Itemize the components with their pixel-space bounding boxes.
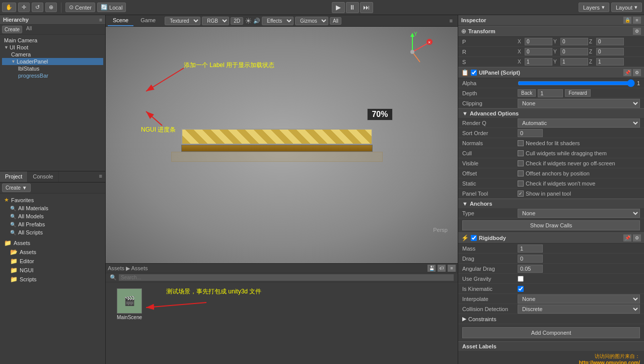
textured-dropdown[interactable]: Textured [165, 17, 200, 25]
rot-z-input[interactable] [596, 48, 624, 55]
assets-assets-item[interactable]: 📂 Assets [2, 248, 103, 257]
scripts-item[interactable]: 📁 Scripts [2, 275, 103, 284]
effects-dropdown[interactable]: Effects [262, 17, 294, 25]
collision-dropdown[interactable]: Discrete [518, 305, 640, 314]
layout-dropdown[interactable]: Layout ▾ [611, 3, 642, 12]
tree-item-progress-bar[interactable]: progressBar [2, 72, 103, 79]
asset-browser-options-btn[interactable]: ≡ [448, 265, 456, 272]
asset-labels-title: Asset Labels [462, 343, 496, 349]
tree-item-loader-panel[interactable]: ▼ LoaderPanel [2, 58, 103, 65]
uipanel-settings-btn[interactable]: ⚙ [633, 69, 641, 76]
audio-icon[interactable]: 🔊 [253, 18, 260, 24]
depth-forward-btn[interactable]: Forward [565, 89, 591, 97]
inspector-options-btn[interactable]: ≡ [633, 17, 641, 24]
ngui-item[interactable]: 📁 NGUI [2, 266, 103, 275]
constraints-row[interactable]: ▶ Constraints [458, 314, 644, 324]
tree-item-lbl-status[interactable]: lblStatus [2, 65, 103, 72]
uipanel-pin-btn[interactable]: 📌 [623, 69, 631, 76]
tree-item-ui-root[interactable]: ▼ UI Root [2, 44, 103, 51]
tree-item-main-camera[interactable]: Main Camera [2, 37, 103, 44]
tree-item-camera[interactable]: Camera [2, 51, 103, 58]
alpha-slider[interactable] [518, 79, 635, 87]
hand-tool-btn[interactable]: ✋ [2, 3, 16, 12]
uipanel-enabled-checkbox[interactable] [471, 70, 477, 76]
tab-scene[interactable]: Scene [108, 15, 133, 26]
rgb-dropdown[interactable]: RGB [202, 17, 229, 25]
hierarchy-create-btn[interactable]: Create [2, 26, 22, 33]
panel-tool-checkbox[interactable] [518, 191, 524, 197]
all-scripts-item[interactable]: 🔍 All Scripts [2, 228, 103, 236]
add-component-btn[interactable]: Add Component [462, 327, 640, 338]
transform-header[interactable]: ⊕ Transform ⚙ [458, 26, 644, 37]
all-models-item[interactable]: 🔍 All Models [2, 212, 103, 220]
scene-panel-options[interactable]: ≡ [447, 18, 456, 24]
scale-y-input[interactable] [560, 58, 588, 66]
visible-checkbox[interactable] [518, 160, 524, 166]
mass-input[interactable] [518, 245, 543, 253]
rigidbody-pin-btn[interactable]: 📌 [623, 234, 631, 241]
project-create-btn[interactable]: Create ▼ [2, 184, 31, 192]
render-q-dropdown[interactable]: Automatic [518, 118, 640, 128]
project-panel-options[interactable]: ≡ [96, 171, 105, 182]
hierarchy-menu-icon[interactable]: ≡ [99, 17, 102, 23]
is-kinematic-checkbox[interactable] [518, 286, 524, 292]
rotate-tool-btn[interactable]: ↺ [32, 3, 43, 12]
2d-toggle[interactable]: 2D [231, 17, 243, 25]
show-draw-calls-btn[interactable]: Show Draw Calls [462, 220, 640, 230]
rot-x-input[interactable] [525, 48, 552, 55]
pos-x-input[interactable] [525, 38, 552, 45]
favorites-folder[interactable]: ★ Favorites [2, 196, 103, 204]
clipping-dropdown[interactable]: None [518, 99, 640, 108]
sort-order-input[interactable] [518, 129, 543, 137]
sun-icon[interactable]: ☀ [245, 16, 252, 26]
annotation-scene: 测试场景，事先打包成 unity3d 文件 [166, 287, 261, 296]
gizmos-dropdown[interactable]: Gizmos [295, 17, 328, 25]
step-btn[interactable]: ⏭ [360, 2, 373, 13]
center-btn[interactable]: ⊙ Center [65, 3, 95, 12]
play-btn[interactable]: ▶ [332, 2, 345, 13]
assets-root-item[interactable]: 📁 Assets [2, 238, 103, 248]
use-gravity-checkbox[interactable] [518, 276, 524, 282]
inspector-lock-btn[interactable]: 🔒 [623, 17, 631, 24]
offset-checkbox[interactable] [518, 170, 524, 176]
rigidbody-header[interactable]: ⚡ Rigidbody 📌 ⚙ [458, 232, 644, 244]
depth-back-btn[interactable]: Back [518, 89, 536, 97]
rot-y-input[interactable] [560, 48, 588, 55]
move-tool-btn[interactable]: ✛ [18, 3, 30, 12]
pos-z-input[interactable] [596, 38, 624, 45]
advanced-options-header[interactable]: ▼ Advanced Options [458, 108, 644, 118]
asset-search-input[interactable] [119, 274, 454, 281]
anchors-type-dropdown[interactable]: None [518, 209, 640, 218]
normals-checkbox[interactable] [518, 140, 524, 146]
angular-drag-input[interactable] [518, 265, 543, 273]
scale-x-input[interactable] [525, 58, 552, 66]
anchors-header[interactable]: ▼ Anchors [458, 199, 644, 208]
editor-item[interactable]: 📁 Editor [2, 257, 103, 266]
cull-checkbox[interactable] [518, 150, 524, 156]
rigidbody-settings-btn[interactable]: ⚙ [633, 234, 641, 241]
scale-tool-btn[interactable]: ⊕ [45, 3, 57, 12]
layers-dropdown[interactable]: Layers ▾ [579, 3, 609, 12]
depth-input[interactable] [538, 89, 563, 97]
tab-console[interactable]: Console [28, 171, 58, 182]
tab-game[interactable]: Game [135, 15, 161, 26]
progress-bar-label: progressBar [18, 73, 48, 79]
tab-project[interactable]: Project [0, 171, 28, 182]
transform-settings-btn[interactable]: ⚙ [633, 28, 641, 35]
all-materials-item[interactable]: 🔍 All Materials [2, 204, 103, 212]
scale-z-input[interactable] [596, 58, 624, 66]
search-placeholder-icon: 🔍 [110, 274, 117, 281]
asset-browser-save-btn[interactable]: 💾 [427, 265, 436, 272]
pos-y-input[interactable] [560, 38, 588, 45]
rigidbody-enabled-checkbox[interactable] [471, 235, 477, 241]
drag-input[interactable] [518, 255, 543, 263]
asset-browser-label-btn[interactable]: 🏷 [438, 265, 446, 272]
interpolate-dropdown[interactable]: None [518, 294, 640, 304]
all-prefabs-item[interactable]: 🔍 All Prefabs [2, 220, 103, 228]
uipanel-header[interactable]: 📋 UIPanel (Script) 📌 ⚙ [458, 67, 644, 78]
asset-labels-header[interactable]: Asset Labels [458, 341, 644, 351]
main-scene-asset[interactable]: 🎬 MainScene [112, 288, 147, 320]
local-btn[interactable]: 🔄 Local [97, 3, 126, 12]
static-checkbox[interactable] [518, 180, 524, 187]
pause-btn[interactable]: ⏸ [346, 2, 359, 13]
